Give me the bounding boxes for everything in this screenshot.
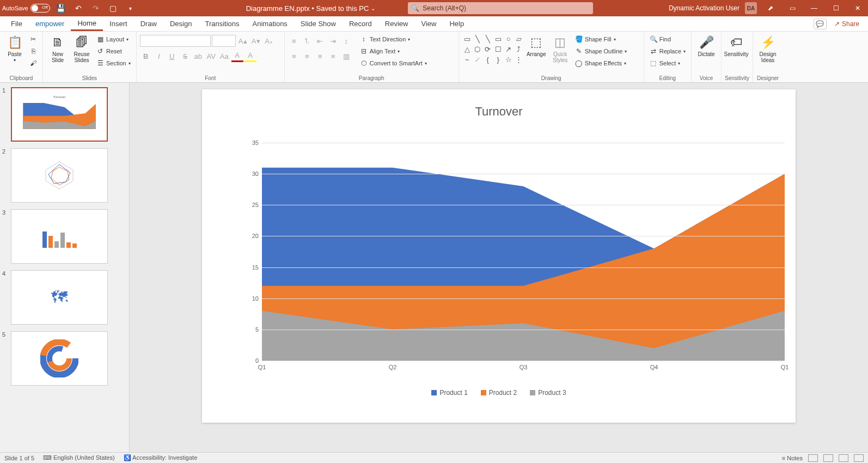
shape-outline-button[interactable]: ✎Shape Outline▾ <box>573 46 629 57</box>
increase-font-icon[interactable]: A▴ <box>237 35 249 47</box>
shape-icon[interactable]: ▭ <box>493 34 503 44</box>
select-button[interactable]: ⬚Select▾ <box>647 58 688 69</box>
font-name-input[interactable] <box>140 35 211 47</box>
case-button[interactable]: Aa <box>218 50 230 62</box>
ribbon-display-icon[interactable]: ⬈ <box>762 0 779 16</box>
autosave-toggle[interactable]: AutoSave <box>2 4 50 13</box>
tab-home[interactable]: Home <box>71 16 103 31</box>
copy-button[interactable]: ⎘ <box>27 46 39 57</box>
clear-format-icon[interactable]: Aₓ <box>263 35 275 47</box>
slide[interactable]: Turnover 05101520253035 Q1Q2Q3Q4Q1 Produ… <box>202 89 796 423</box>
shadow-button[interactable]: ab <box>192 50 204 62</box>
justify-button[interactable]: ≡ <box>327 50 339 62</box>
comments-button[interactable]: 💬 <box>814 19 827 29</box>
tab-empower[interactable]: empower <box>29 16 71 31</box>
line-spacing-button[interactable]: ↕ <box>340 35 352 47</box>
align-center-button[interactable]: ≡ <box>301 50 313 62</box>
slide-thumb-5[interactable] <box>11 331 108 386</box>
sensitivity-button[interactable]: 🏷 Sensitivity <box>725 34 748 58</box>
normal-view-icon[interactable] <box>808 454 818 462</box>
share-button[interactable]: ↗ Share <box>830 19 864 29</box>
font-size-input[interactable] <box>212 35 236 47</box>
design-ideas-button[interactable]: ⚡ Design Ideas <box>756 34 779 64</box>
language-indicator[interactable]: ⌨ English (United States) <box>43 454 115 461</box>
slide-panel[interactable]: 1 Turnover 2 3 <box>0 83 130 452</box>
shape-icon[interactable]: { <box>483 54 493 64</box>
tab-help[interactable]: Help <box>443 16 470 31</box>
search-input[interactable]: 🔍 Search (Alt+Q) <box>408 2 593 14</box>
shape-icon[interactable]: ⋮ <box>514 54 524 64</box>
dictate-button[interactable]: 🎤 Dictate <box>695 34 718 58</box>
section-button[interactable]: ☰Section▾ <box>94 58 133 69</box>
user-avatar[interactable]: DA <box>745 2 757 14</box>
smartart-button[interactable]: ⬡Convert to SmartArt▾ <box>358 58 429 69</box>
reading-view-icon[interactable] <box>839 454 848 462</box>
tab-insert[interactable]: Insert <box>103 16 134 31</box>
shape-fill-button[interactable]: 🪣Shape Fill▾ <box>573 34 629 45</box>
numbering-button[interactable]: ⒈ <box>301 35 313 47</box>
shape-icon[interactable]: ☐ <box>493 44 503 54</box>
slide-thumb-2[interactable] <box>11 148 108 203</box>
underline-button[interactable]: U <box>166 50 178 62</box>
paste-button[interactable]: 📋 Paste ▾ <box>3 34 26 64</box>
shape-icon[interactable]: ▭ <box>462 34 472 44</box>
reuse-slides-button[interactable]: 🗐 Reuse Slides <box>70 34 93 64</box>
tab-draw[interactable]: Draw <box>134 16 163 31</box>
tab-slideshow[interactable]: Slide Show <box>294 16 343 31</box>
font-color-button[interactable]: A <box>231 50 243 62</box>
tab-transitions[interactable]: Transitions <box>198 16 246 31</box>
tab-view[interactable]: View <box>414 16 443 31</box>
slide-thumb-1[interactable]: Turnover <box>11 87 108 142</box>
shape-icon[interactable]: ⟳ <box>483 44 493 54</box>
shape-icon[interactable]: ╲ <box>483 34 493 44</box>
decrease-indent-button[interactable]: ⇤ <box>314 35 326 47</box>
cut-button[interactable]: ✂ <box>27 34 39 45</box>
find-button[interactable]: 🔍Find <box>647 34 688 45</box>
align-text-button[interactable]: ⊟Align Text▾ <box>358 46 429 57</box>
shape-gallery[interactable]: ▭ ╲ ╲ ▭ ○ ▱ △ ⬡ ⟳ ☐ ↗ ⤴ ~ ⟋ { } ☆ ⋮ <box>462 34 524 64</box>
layout-button[interactable]: ▦Layout▾ <box>94 34 133 45</box>
tab-animations[interactable]: Animations <box>246 16 294 31</box>
slide-canvas[interactable]: ⬉ Turnover 05101520253035 Q1Q2Q3Q4Q1 Pro… <box>130 83 868 452</box>
window-mode-icon[interactable]: ▭ <box>784 0 800 16</box>
shape-icon[interactable]: ~ <box>462 54 472 64</box>
tab-record[interactable]: Record <box>343 16 378 31</box>
increase-indent-button[interactable]: ⇥ <box>327 35 339 47</box>
slide-indicator[interactable]: Slide 1 of 5 <box>4 455 34 461</box>
present-icon[interactable]: ▢ <box>107 2 120 15</box>
italic-button[interactable]: I <box>153 50 165 62</box>
shape-icon[interactable]: ☆ <box>504 54 514 64</box>
arrange-button[interactable]: ⬚ Arrange <box>525 34 548 58</box>
tab-file[interactable]: File <box>4 16 29 31</box>
shape-effects-button[interactable]: ◯Shape Effects▾ <box>573 58 629 69</box>
maximize-icon[interactable]: ☐ <box>828 0 844 16</box>
minimize-icon[interactable]: — <box>806 0 822 16</box>
slideshow-view-icon[interactable] <box>854 454 864 462</box>
shape-icon[interactable]: ○ <box>504 34 514 44</box>
align-left-button[interactable]: ≡ <box>288 50 300 62</box>
decrease-font-icon[interactable]: A▾ <box>250 35 262 47</box>
columns-button[interactable]: ▥ <box>340 50 352 62</box>
tab-design[interactable]: Design <box>163 16 198 31</box>
save-icon[interactable]: 💾 <box>54 2 68 15</box>
tab-review[interactable]: Review <box>378 16 415 31</box>
shape-icon[interactable]: ╲ <box>473 34 482 44</box>
text-direction-button[interactable]: ↕Text Direction▾ <box>358 34 429 45</box>
reset-button[interactable]: ↺Reset <box>94 46 133 57</box>
quick-styles-button[interactable]: ◫ Quick Styles <box>549 34 572 64</box>
shape-icon[interactable]: } <box>493 54 503 64</box>
chart[interactable]: 05101520253035 Q1Q2Q3Q4Q1 <box>246 143 785 361</box>
document-title[interactable]: Diagramme EN.pptx • Saved to this PC ⌄ <box>246 4 376 13</box>
sorter-view-icon[interactable] <box>823 454 833 462</box>
accessibility-indicator[interactable]: ♿ Accessibility: Investigate <box>124 454 198 461</box>
shape-icon[interactable]: ⬡ <box>473 44 482 54</box>
align-right-button[interactable]: ≡ <box>314 50 326 62</box>
undo-icon[interactable]: ↶ <box>72 2 85 15</box>
strike-button[interactable]: S̶ <box>179 50 191 62</box>
shape-icon[interactable]: ⟋ <box>473 54 482 64</box>
highlight-button[interactable]: A <box>244 50 256 62</box>
spacing-button[interactable]: AV <box>205 50 217 62</box>
shape-icon[interactable]: ↗ <box>504 44 514 54</box>
bullets-button[interactable]: ≡ <box>288 35 300 47</box>
new-slide-button[interactable]: 🗎 New Slide <box>46 34 69 64</box>
